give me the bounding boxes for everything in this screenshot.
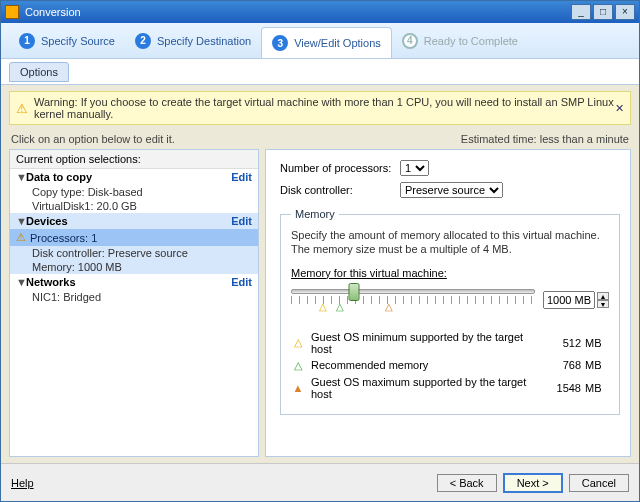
estimated-time-label: Estimated time:: [461, 133, 537, 145]
warning-close-icon[interactable]: ✕: [615, 102, 624, 115]
section-devices: ▼ Devices Edit ⚠ Processors: 1 Disk cont…: [10, 213, 258, 274]
maximize-button[interactable]: □: [593, 4, 613, 20]
step-num: 1: [19, 33, 35, 49]
legend-row-rec: △ Recommended memory 768 MB: [291, 359, 609, 372]
options-editor: Number of processors: 1 Disk controller:…: [265, 149, 631, 457]
conversion-window: Conversion _ □ × 1 Specify Source 2 Spec…: [0, 0, 640, 502]
step-num: 2: [135, 33, 151, 49]
warning-text: Warning: If you choose to create the tar…: [34, 96, 615, 120]
chevron-down-icon: ▼: [16, 171, 26, 183]
num-processors-label: Number of processors:: [280, 162, 400, 174]
slider-thumb[interactable]: [349, 283, 360, 301]
wizard-steps: 1 Specify Source 2 Specify Destination 3…: [1, 23, 639, 59]
num-processors-select[interactable]: 1: [400, 160, 429, 176]
slider-ticks: [291, 296, 535, 304]
step-specify-destination[interactable]: 2 Specify Destination: [125, 23, 261, 58]
edit-link[interactable]: Edit: [231, 171, 252, 183]
section-head-data-to-copy[interactable]: ▼ Data to copy Edit: [10, 169, 258, 185]
spinner-down-icon[interactable]: ▼: [597, 300, 609, 308]
legend-max-value: 1548: [537, 382, 581, 394]
wizard-footer: Help < Back Next > Cancel: [1, 463, 639, 501]
warning-banner: ⚠ Warning: If you choose to create the t…: [9, 91, 631, 125]
section-data-to-copy: ▼ Data to copy Edit Copy type: Disk-base…: [10, 169, 258, 213]
step-label: View/Edit Options: [294, 37, 381, 49]
step-num: 4: [402, 33, 418, 49]
marker-min-icon: △: [319, 301, 327, 312]
memory-group: Memory Specify the amount of memory allo…: [280, 208, 620, 415]
chevron-down-icon: ▼: [16, 215, 26, 227]
back-button[interactable]: < Back: [437, 474, 497, 492]
step-ready-to-complete[interactable]: 4 Ready to Complete: [392, 23, 528, 58]
spinner-up-icon[interactable]: ▲: [597, 292, 609, 300]
memory-field-label: Memory for this virtual machine:: [291, 267, 609, 279]
close-button[interactable]: ×: [615, 4, 635, 20]
memory-input[interactable]: [543, 291, 595, 309]
step-view-edit-options[interactable]: 3 View/Edit Options: [261, 27, 392, 58]
devices-disk-controller[interactable]: Disk controller: Preserve source: [10, 246, 258, 260]
legend-rec-unit: MB: [585, 359, 609, 371]
disk-controller-label: Disk controller:: [280, 184, 400, 196]
disk-controller-select[interactable]: Preserve source: [400, 182, 503, 198]
legend-min-unit: MB: [585, 337, 609, 349]
options-tree-header: Current option selections:: [10, 150, 258, 169]
legend-row-max: ▲ Guest OS maximum supported by the targ…: [291, 376, 609, 400]
step-label: Specify Destination: [157, 35, 251, 47]
hint-row: Click on an option below to edit it. Est…: [1, 131, 639, 149]
legend-max-unit: MB: [585, 382, 609, 394]
sub-tab-bar: Options: [1, 59, 639, 85]
devices-processors[interactable]: ⚠ Processors: 1: [10, 229, 258, 246]
window-title: Conversion: [25, 6, 81, 18]
section-title: Devices: [26, 215, 231, 227]
options-tree: Current option selections: ▼ Data to cop…: [9, 149, 259, 457]
edit-link[interactable]: Edit: [231, 215, 252, 227]
warning-icon: ⚠: [16, 101, 28, 116]
titlebar[interactable]: Conversion _ □ ×: [1, 1, 639, 23]
cancel-button[interactable]: Cancel: [569, 474, 629, 492]
step-specify-source[interactable]: 1 Specify Source: [9, 23, 125, 58]
devices-memory[interactable]: Memory: 1000 MB: [10, 260, 258, 274]
section-title: Networks: [26, 276, 231, 288]
step-num: 3: [272, 35, 288, 51]
triangle-icon: △: [291, 336, 305, 349]
memory-spinner[interactable]: ▲ ▼: [543, 291, 609, 309]
triangle-icon: △: [291, 359, 305, 372]
app-icon: [5, 5, 19, 19]
memory-slider[interactable]: △ △ △: [291, 283, 535, 317]
memory-legend: Memory: [291, 208, 339, 220]
section-head-networks[interactable]: ▼ Networks Edit: [10, 274, 258, 290]
help-link[interactable]: Help: [11, 477, 34, 489]
virtual-disk[interactable]: VirtualDisk1: 20.0 GB: [10, 199, 258, 213]
warning-icon: ⚠: [16, 231, 26, 244]
legend-min-text: Guest OS minimum supported by the target…: [311, 331, 537, 355]
marker-rec-icon: △: [336, 301, 344, 312]
nic1[interactable]: NIC1: Bridged: [10, 290, 258, 304]
slider-track: [291, 289, 535, 294]
step-label: Ready to Complete: [424, 35, 518, 47]
step-label: Specify Source: [41, 35, 115, 47]
section-networks: ▼ Networks Edit NIC1: Bridged: [10, 274, 258, 304]
legend-row-min: △ Guest OS minimum supported by the targ…: [291, 331, 609, 355]
section-title: Data to copy: [26, 171, 231, 183]
chevron-down-icon: ▼: [16, 276, 26, 288]
tab-options[interactable]: Options: [9, 62, 69, 82]
copy-type[interactable]: Copy type: Disk-based: [10, 185, 258, 199]
hint-text: Click on an option below to edit it.: [11, 133, 175, 145]
marker-max-icon: △: [385, 301, 393, 312]
legend-max-text: Guest OS maximum supported by the target…: [311, 376, 537, 400]
legend-rec-text: Recommended memory: [311, 359, 537, 371]
estimated-time-value: less than a minute: [540, 133, 629, 145]
memory-legend-rows: △ Guest OS minimum supported by the targ…: [291, 331, 609, 400]
triangle-icon: ▲: [291, 382, 305, 394]
edit-link[interactable]: Edit: [231, 276, 252, 288]
legend-rec-value: 768: [537, 359, 581, 371]
memory-description: Specify the amount of memory allocated t…: [291, 228, 609, 257]
minimize-button[interactable]: _: [571, 4, 591, 20]
next-button[interactable]: Next >: [503, 473, 563, 493]
legend-min-value: 512: [537, 337, 581, 349]
main-content: Current option selections: ▼ Data to cop…: [1, 149, 639, 463]
section-head-devices[interactable]: ▼ Devices Edit: [10, 213, 258, 229]
